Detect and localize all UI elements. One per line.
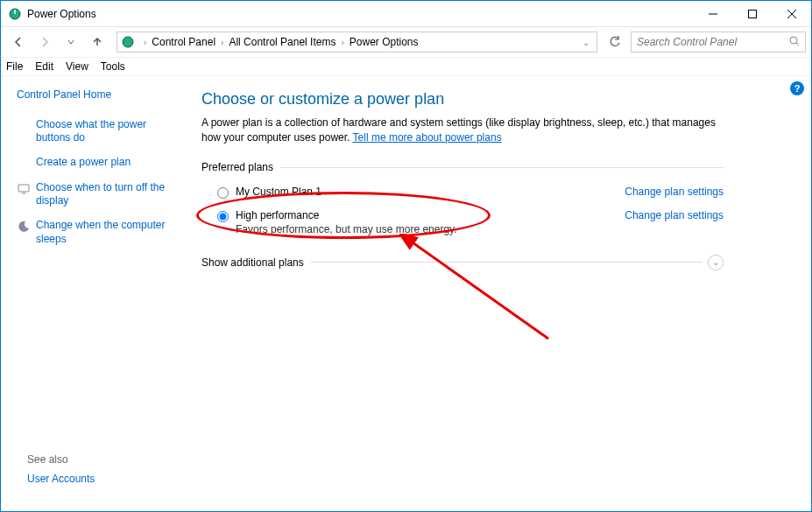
sidebar-link-create-plan[interactable]: Create a power plan [36, 156, 131, 170]
plan-name: My Custom Plan 1 [236, 186, 625, 198]
search-input[interactable] [637, 36, 800, 48]
chevron-down-icon[interactable]: ⌄ [708, 255, 724, 270]
plan-high-performance: High performance Favors performance, but… [201, 204, 724, 241]
content-area: ? Control Panel Home Choose what the pow… [1, 76, 811, 511]
minimize-button[interactable] [693, 1, 732, 26]
search-box[interactable] [631, 32, 806, 53]
recent-locations-dropdown[interactable] [59, 30, 83, 54]
refresh-button[interactable] [604, 32, 625, 53]
sidebar-link-power-buttons[interactable]: Choose what the power buttons do [36, 118, 180, 145]
moon-icon [17, 220, 31, 234]
annotation-arrow [399, 234, 557, 347]
breadcrumb-item[interactable]: Control Panel [152, 36, 215, 48]
control-panel-home-link[interactable]: Control Panel Home [17, 88, 180, 102]
see-also-label: See also [27, 453, 95, 466]
plan-radio-high-performance[interactable] [217, 211, 229, 222]
chevron-right-icon: › [144, 38, 146, 47]
power-options-window: Power Options › Control Panel › All Cont… [0, 0, 812, 512]
back-button[interactable] [6, 30, 31, 54]
up-button[interactable] [85, 30, 109, 54]
main-panel: Choose or customize a power plan A power… [189, 76, 811, 511]
window-controls [693, 1, 811, 26]
close-button[interactable] [772, 1, 811, 26]
plan-description: Favors performance, but may use more ene… [236, 223, 625, 235]
chevron-right-icon: › [221, 38, 223, 47]
sidebar-link-turn-off-display[interactable]: Choose when to turn off the display [36, 181, 180, 208]
plan-name: High performance [236, 209, 625, 221]
see-also-section: See also User Accounts [27, 453, 95, 497]
menu-tools[interactable]: Tools [101, 60, 125, 73]
maximize-button[interactable] [732, 1, 772, 26]
svg-point-6 [790, 37, 797, 44]
breadcrumb-bar[interactable]: › Control Panel › All Control Panel Item… [117, 32, 597, 53]
svg-line-7 [796, 43, 799, 46]
breadcrumb-item[interactable]: Power Options [350, 36, 419, 48]
show-additional-plans[interactable]: Show additional plans ⌄ [201, 256, 724, 269]
breadcrumb-item[interactable]: All Control Panel Items [229, 36, 335, 48]
menu-file[interactable]: File [6, 60, 23, 73]
location-icon [121, 35, 135, 49]
display-icon [17, 182, 31, 196]
preferred-plans-label: Preferred plans [201, 161, 724, 173]
window-title: Power Options [27, 8, 693, 20]
plan-radio-my-custom[interactable] [217, 187, 229, 199]
svg-rect-2 [748, 10, 756, 18]
forward-button[interactable] [32, 30, 57, 54]
change-plan-settings-link[interactable]: Change plan settings [625, 186, 724, 198]
user-accounts-link[interactable]: User Accounts [27, 473, 95, 487]
app-icon [8, 7, 22, 21]
change-plan-settings-link[interactable]: Change plan settings [625, 209, 724, 221]
history-dropdown-icon[interactable]: ⌄ [579, 38, 593, 47]
menu-edit[interactable]: Edit [35, 60, 53, 73]
page-description: A power plan is a collection of hardware… [201, 116, 724, 145]
svg-rect-8 [18, 185, 29, 192]
title-bar: Power Options [1, 1, 811, 27]
menu-view[interactable]: View [66, 60, 88, 73]
nav-bar: › Control Panel › All Control Panel Item… [1, 27, 811, 57]
menu-bar: File Edit View Tools [1, 57, 811, 76]
plan-my-custom: My Custom Plan 1 Change plan settings [201, 180, 724, 204]
svg-point-5 [123, 37, 133, 47]
sidebar-link-computer-sleeps[interactable]: Change when the computer sleeps [36, 219, 180, 246]
page-heading: Choose or customize a power plan [201, 90, 724, 109]
search-icon [789, 36, 800, 49]
chevron-right-icon: › [341, 38, 343, 47]
tell-me-more-link[interactable]: Tell me more about power plans [353, 131, 502, 144]
sidebar: Control Panel Home Choose what the power… [1, 76, 189, 511]
